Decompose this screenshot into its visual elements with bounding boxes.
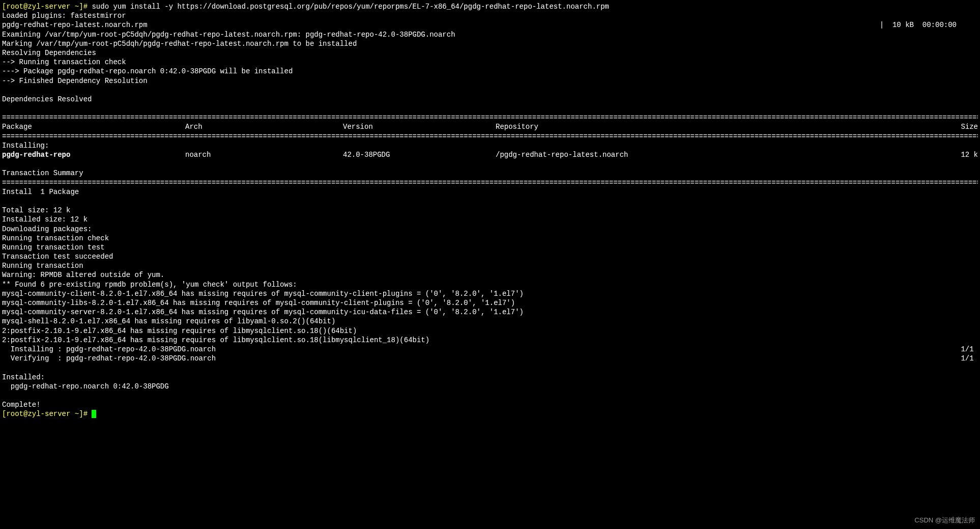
output-line: ** Found 6 pre-existing rpmdb problem(s)… [2, 280, 978, 289]
output-line: Downloading packages: [2, 225, 978, 234]
header-version: Version [343, 122, 496, 131]
output-line: 2:postfix-2.10.1-9.el7.x86_64 has missin… [2, 336, 978, 345]
progress-filename: pgdg-redhat-repo-latest.noarch.rpm [2, 20, 880, 30]
cursor-icon [92, 410, 96, 418]
verifying-counter: 1/1 [961, 354, 978, 363]
verifying-progress-line: Verifying : pgdg-redhat-repo-42.0-38PGDG… [2, 354, 978, 363]
output-line: Running transaction check [2, 234, 978, 243]
output-line: mysql-community-client-8.2.0-1.el7.x86_6… [2, 289, 978, 298]
installed-label: Installed: [2, 373, 978, 382]
blank-line [2, 391, 978, 400]
output-line: Total size: 12 k [2, 206, 978, 215]
watermark-text: CSDN @运维魔法师 [914, 516, 975, 525]
output-line: ---> Package pgdg-redhat-repo.noarch 0:4… [2, 67, 978, 76]
cell-arch: noarch [185, 150, 343, 159]
output-line: Running transaction test [2, 243, 978, 252]
installed-package: pgdg-redhat-repo.noarch 0:42.0-38PGDG [2, 382, 978, 391]
installing-text: Installing : pgdg-redhat-repo-42.0-38PGD… [2, 345, 216, 354]
blank-line [2, 197, 978, 206]
output-line: Running transaction [2, 261, 978, 270]
table-row: pgdg-redhat-repo noarch 42.0-38PGDG /pgd… [2, 150, 978, 159]
divider-line: ========================================… [2, 178, 978, 187]
header-arch: Arch [185, 122, 343, 131]
output-line: Marking /var/tmp/yum-root-pC5dqh/pgdg-re… [2, 39, 978, 48]
installing-progress-line: Installing : pgdg-redhat-repo-42.0-38PGD… [2, 345, 978, 354]
output-line: mysql-shell-8.2.0-1.el7.x86_64 has missi… [2, 317, 978, 326]
output-line: Warning: RPMDB altered outside of yum. [2, 270, 978, 280]
output-line: Dependencies Resolved [2, 95, 978, 104]
typed-command: sudo yum install -y https://download.pos… [92, 3, 609, 11]
blank-line [2, 159, 978, 169]
output-line: Transaction test succeeded [2, 252, 978, 261]
blank-line [2, 363, 978, 372]
blank-line [2, 104, 978, 113]
output-line: mysql-community-libs-8.2.0-1.el7.x86_64 … [2, 298, 978, 308]
installing-label: Installing: [2, 141, 978, 150]
output-line: mysql-community-server-8.2.0-1.el7.x86_6… [2, 308, 978, 317]
blank-line [2, 86, 978, 95]
output-progress-line: pgdg-redhat-repo-latest.noarch.rpm | 10 … [2, 20, 978, 30]
progress-status: | 10 kB 00:00:00 [880, 20, 978, 30]
output-line: Installed size: 12 k [2, 215, 978, 224]
installing-counter: 1/1 [961, 345, 978, 354]
output-line: 2:postfix-2.10.1-9.el7.x86_64 has missin… [2, 326, 978, 336]
output-line: Install 1 Package [2, 187, 978, 197]
summary-title: Transaction Summary [2, 169, 978, 178]
output-line: --> Finished Dependency Resolution [2, 76, 978, 86]
output-line: --> Running transaction check [2, 58, 978, 67]
prompt-user-host: [root@zyl-server ~]# [2, 410, 92, 418]
complete-line: Complete! [2, 400, 978, 409]
header-size: Size [937, 122, 978, 131]
divider-line: ========================================… [2, 132, 978, 141]
header-repo: Repository [496, 122, 937, 131]
prompt-user-host: [root@zyl-server ~]# [2, 3, 92, 11]
terminal-line-prompt1: [root@zyl-server ~]# sudo yum install -y… [2, 2, 978, 11]
terminal-line-prompt2[interactable]: [root@zyl-server ~]# [2, 409, 978, 419]
cell-repo: /pgdg-redhat-repo-latest.noarch [496, 150, 937, 159]
divider-line: ========================================… [2, 113, 978, 122]
output-line: Loaded plugins: fastestmirror [2, 11, 978, 20]
table-header-row: Package Arch Version Repository Size [2, 122, 978, 131]
output-line: Examining /var/tmp/yum-root-pC5dqh/pgdg-… [2, 30, 978, 39]
cell-size: 12 k [937, 150, 978, 159]
cell-package: pgdg-redhat-repo [2, 150, 185, 159]
verifying-text: Verifying : pgdg-redhat-repo-42.0-38PGDG… [2, 354, 216, 363]
cell-version: 42.0-38PGDG [343, 150, 496, 159]
output-line: Resolving Dependencies [2, 48, 978, 58]
header-package: Package [2, 122, 185, 131]
